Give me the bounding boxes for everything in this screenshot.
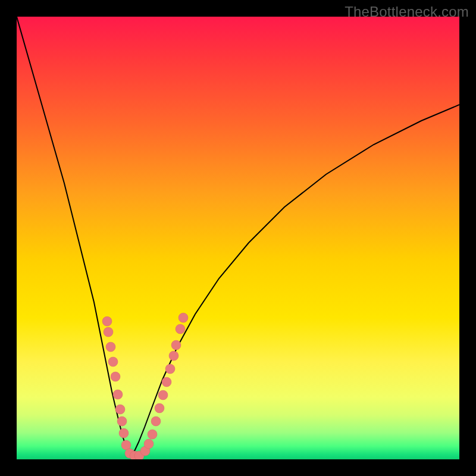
data-dot bbox=[121, 440, 131, 450]
plot-area bbox=[17, 17, 459, 459]
data-dot bbox=[111, 372, 120, 381]
data-dot bbox=[115, 405, 125, 414]
right-curve bbox=[132, 105, 459, 456]
data-dot bbox=[102, 317, 112, 326]
data-dot bbox=[104, 327, 113, 337]
left-curve bbox=[17, 17, 132, 456]
dots-left-group bbox=[102, 317, 144, 459]
data-dot bbox=[119, 428, 129, 438]
data-dot bbox=[117, 416, 127, 426]
data-dot bbox=[162, 377, 171, 387]
dots-right-group bbox=[140, 313, 188, 456]
data-dot bbox=[144, 439, 154, 449]
data-dot bbox=[158, 390, 168, 400]
data-dot bbox=[106, 342, 115, 352]
data-dot bbox=[178, 313, 188, 322]
data-dot bbox=[169, 351, 178, 361]
data-dot bbox=[155, 403, 164, 413]
data-dot bbox=[176, 324, 185, 334]
data-dot bbox=[148, 430, 157, 439]
watermark-text: TheBottleneck.com bbox=[345, 4, 469, 20]
data-dot bbox=[171, 340, 181, 350]
chart-frame: TheBottleneck.com bbox=[0, 0, 476, 476]
data-dot bbox=[108, 357, 118, 367]
data-dot bbox=[165, 364, 175, 374]
chart-svg bbox=[17, 17, 459, 459]
data-dot bbox=[151, 416, 161, 426]
data-dot bbox=[113, 390, 123, 399]
